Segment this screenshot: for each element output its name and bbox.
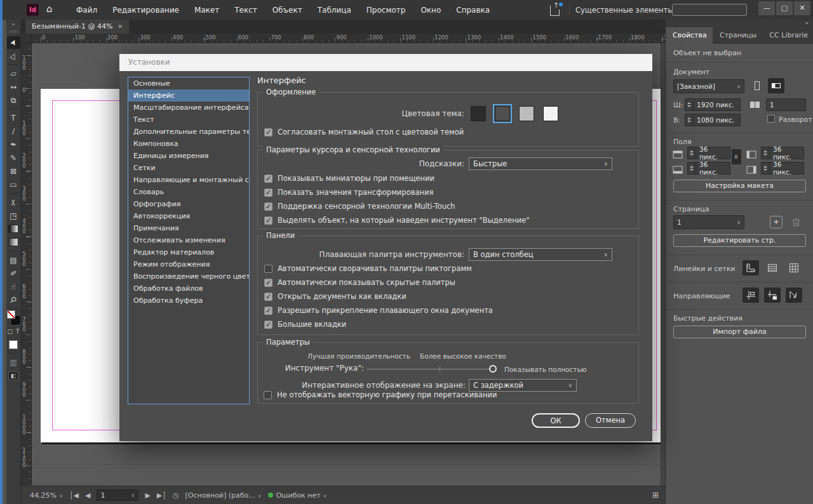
pref-category-10[interactable]: Орфография [128, 198, 249, 210]
pref-category-9[interactable]: Словарь [128, 186, 249, 198]
cursor-touch-checkbox-3[interactable]: ✓ [264, 216, 272, 225]
margin-outer-stepper[interactable]: 36 пикс. [761, 162, 804, 175]
link-margins-icon[interactable]: ∞ [732, 149, 741, 164]
show-guides-button[interactable] [742, 288, 759, 303]
baseline-grid-button[interactable] [764, 260, 781, 275]
delete-page-icon[interactable] [788, 215, 804, 230]
import-file-button[interactable]: Импорт файла [673, 326, 806, 338]
vertical-scrollbar[interactable] [661, 43, 665, 486]
previous-page-button[interactable]: ◀ [85, 491, 90, 500]
pref-category-5[interactable]: Компоновка [128, 138, 249, 150]
pages-count-input[interactable]: 1 [766, 98, 806, 111]
panel-tab-1[interactable]: Страницы [713, 27, 762, 44]
spread-view-button[interactable]: ⊞ [652, 491, 659, 500]
fill-stroke-swatches[interactable] [7, 312, 20, 324]
panels-checkbox-4[interactable]: ✓ [264, 321, 272, 329]
hand-tool[interactable]: ☝ [7, 281, 20, 293]
portrait-orientation-button[interactable] [749, 78, 765, 93]
menu-item-0[interactable]: Файл [76, 6, 97, 15]
menu-item-6[interactable]: Просмотр [366, 6, 406, 15]
landscape-orientation-button[interactable] [768, 78, 784, 93]
stepper-arrows-icon[interactable] [685, 98, 693, 111]
menu-item-2[interactable]: Макет [194, 6, 219, 15]
pref-category-13[interactable]: Отслеживать изменения [128, 234, 249, 246]
edit-page-button[interactable]: Редактировать стр. [673, 234, 806, 247]
show-rulers-button[interactable] [742, 260, 759, 275]
smart-guides-button[interactable] [786, 288, 802, 303]
panels-checkbox-1[interactable]: ✓ [264, 279, 272, 287]
master-page-dropdown[interactable]: [Основной] (рабо...∨ [185, 491, 262, 500]
pref-category-6[interactable]: Единицы измерения [128, 150, 249, 162]
theme-swatch-light[interactable] [517, 104, 536, 123]
horizontal-ruler[interactable]: 0100200300400500600700800900100011001200… [32, 34, 665, 43]
cursor-touch-checkbox-1[interactable]: ✓ [264, 189, 272, 197]
theme-swatch-darkest[interactable] [469, 104, 488, 123]
maximize-button[interactable]: ▢ [776, 1, 793, 15]
pref-category-1[interactable]: Интерфейс [128, 90, 249, 102]
vertical-ruler[interactable]: 100010020030040050060070080090010001100 [21, 43, 32, 486]
tooltips-dropdown[interactable]: Быстрые∨ [469, 157, 612, 170]
content-collector-tool[interactable]: ⧉ [7, 94, 20, 107]
selection-tool[interactable]: ➤ [7, 36, 20, 49]
cursor-touch-checkbox-2[interactable]: ✓ [264, 202, 272, 211]
menu-item-5[interactable]: Таблица [318, 6, 351, 15]
pref-category-4[interactable]: Дополнительные параметры текста [128, 126, 249, 138]
minimize-button[interactable]: — [758, 1, 775, 15]
formatting-affects-row[interactable]: □T [7, 325, 20, 338]
document-grid-button[interactable] [786, 260, 802, 275]
gradient-swatch-tool[interactable] [7, 223, 20, 235]
frame-tool[interactable]: ⊠ [7, 165, 20, 178]
preview-proof-icon[interactable]: ▥ [7, 356, 20, 369]
eyedropper-tool[interactable]: ✐ [7, 267, 20, 280]
expand-panels-icon[interactable]: » [11, 21, 15, 29]
pref-category-15[interactable]: Режим отображения [128, 258, 249, 270]
last-page-button[interactable]: ▶│ [157, 491, 166, 500]
home-icon[interactable]: ⌂ [46, 3, 53, 15]
pref-category-2[interactable]: Масштабирование интерфейса [128, 102, 249, 114]
close-button[interactable]: ✕ [794, 1, 810, 15]
margin-top-stepper[interactable]: 36 пикс. [687, 147, 730, 159]
gradient-feather-tool[interactable] [7, 236, 20, 249]
menu-item-8[interactable]: Справка [456, 6, 490, 15]
current-page-dropdown[interactable]: 1∨ [673, 215, 744, 229]
preflight-status[interactable]: Ошибок нет∨ [268, 491, 327, 500]
scissors-tool[interactable]: ✂ [7, 196, 20, 209]
screen-mode-button[interactable]: ◧ [7, 369, 20, 382]
apply-none-swatch[interactable] [7, 338, 20, 351]
pen-tool[interactable]: ✒ [7, 138, 20, 151]
stepper-arrows-icon[interactable] [685, 114, 693, 126]
tab-close-icon[interactable]: ✕ [118, 20, 123, 34]
height-stepper[interactable]: 1080 пикс. [685, 114, 741, 126]
width-stepper[interactable]: 1920 пикс. [685, 98, 741, 111]
document-tab[interactable]: Безымянный-1 @ 44% ✕ [25, 20, 129, 34]
vector-drag-checkbox[interactable] [264, 391, 272, 399]
cancel-button[interactable]: Отмена [585, 413, 636, 428]
search-input[interactable] [672, 4, 747, 16]
page-tool[interactable]: ▱ [7, 67, 20, 80]
note-tool[interactable]: ▤ [7, 254, 20, 267]
facing-pages-checkbox[interactable] [767, 115, 775, 123]
direct-selection-tool[interactable]: ▷ [7, 50, 20, 62]
adjust-layout-button[interactable]: Настройка макета [673, 180, 806, 192]
toolbar-grip[interactable] [10, 30, 18, 33]
margin-inner-stepper[interactable]: 36 пикс. [761, 147, 804, 159]
zoom-tool[interactable]: ⚲ [7, 294, 20, 307]
free-transform-tool[interactable]: ◳ [7, 209, 20, 222]
pref-category-18[interactable]: Обработка буфера [128, 295, 249, 307]
indesign-logo-icon[interactable]: Id [27, 4, 39, 16]
panels-checkbox-2[interactable]: ✓ [264, 293, 272, 301]
rectangle-tool[interactable]: ▭ [7, 178, 20, 191]
pref-category-0[interactable]: Основные [128, 77, 249, 90]
width-value[interactable]: 1920 пикс. [693, 98, 741, 111]
gap-tool[interactable]: ↔ [7, 81, 20, 93]
pref-category-3[interactable]: Текст [128, 114, 249, 126]
menu-item-1[interactable]: Редактирование [112, 6, 179, 15]
pref-category-16[interactable]: Воспроизведение черного цвета [128, 270, 249, 282]
zoom-level[interactable]: 44,25%∨ [30, 491, 63, 500]
next-page-button[interactable]: ▶ [145, 491, 150, 500]
hand-tool-slider-track[interactable] [367, 369, 493, 369]
pref-category-7[interactable]: Сетки [128, 162, 249, 174]
pencil-tool[interactable]: ✎ [7, 152, 20, 164]
dialog-titlebar[interactable]: Установки [119, 54, 652, 71]
panel-tab-0[interactable]: Свойства [666, 27, 713, 44]
